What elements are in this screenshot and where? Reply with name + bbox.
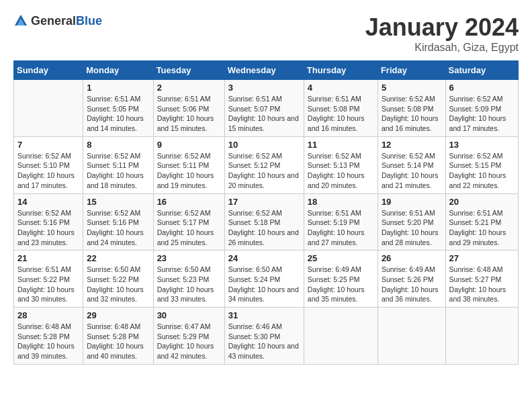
day-info: Sunrise: 6:50 AM Sunset: 5:23 PM Dayligh… <box>157 265 221 304</box>
day-number: 24 <box>228 253 300 263</box>
calendar-cell: 22Sunrise: 6:50 AM Sunset: 5:22 PM Dayli… <box>83 250 153 308</box>
logo-blue: Blue <box>76 14 102 28</box>
calendar-cell: 4Sunrise: 6:51 AM Sunset: 5:08 PM Daylig… <box>304 80 378 137</box>
calendar-week-row: 28Sunrise: 6:48 AM Sunset: 5:28 PM Dayli… <box>14 308 519 365</box>
calendar-week-row: 14Sunrise: 6:52 AM Sunset: 5:16 PM Dayli… <box>14 193 519 250</box>
day-info: Sunrise: 6:51 AM Sunset: 5:21 PM Dayligh… <box>449 208 515 248</box>
day-info: Sunrise: 6:52 AM Sunset: 5:12 PM Dayligh… <box>228 151 300 191</box>
day-info: Sunrise: 6:52 AM Sunset: 5:14 PM Dayligh… <box>382 151 442 191</box>
day-number: 22 <box>87 253 149 263</box>
header-row: SundayMondayTuesdayWednesdayThursdayFrid… <box>14 61 519 80</box>
calendar-week-row: 7Sunrise: 6:52 AM Sunset: 5:10 PM Daylig… <box>14 136 519 193</box>
day-number: 15 <box>87 197 149 207</box>
day-info: Sunrise: 6:51 AM Sunset: 5:22 PM Dayligh… <box>17 265 79 304</box>
calendar-cell: 25Sunrise: 6:49 AM Sunset: 5:25 PM Dayli… <box>304 250 378 308</box>
calendar-cell: 24Sunrise: 6:50 AM Sunset: 5:24 PM Dayli… <box>224 250 304 308</box>
day-number: 8 <box>87 140 149 150</box>
calendar-cell: 17Sunrise: 6:52 AM Sunset: 5:18 PM Dayli… <box>224 193 304 250</box>
header-day: Monday <box>83 61 153 80</box>
day-info: Sunrise: 6:51 AM Sunset: 5:05 PM Dayligh… <box>87 94 149 134</box>
calendar-cell: 29Sunrise: 6:48 AM Sunset: 5:28 PM Dayli… <box>83 308 153 365</box>
calendar-table: SundayMondayTuesdayWednesdayThursdayFrid… <box>13 60 519 365</box>
header-day: Wednesday <box>224 61 304 80</box>
day-info: Sunrise: 6:51 AM Sunset: 5:19 PM Dayligh… <box>308 208 374 248</box>
calendar-cell: 30Sunrise: 6:47 AM Sunset: 5:29 PM Dayli… <box>153 308 224 365</box>
day-number: 6 <box>449 83 515 93</box>
day-number: 19 <box>382 197 442 207</box>
day-number: 14 <box>17 197 79 207</box>
day-number: 2 <box>157 83 221 93</box>
calendar-cell: 2Sunrise: 6:51 AM Sunset: 5:06 PM Daylig… <box>153 80 224 137</box>
logo-general: General <box>31 14 76 28</box>
calendar-cell: 6Sunrise: 6:52 AM Sunset: 5:09 PM Daylig… <box>445 80 518 137</box>
day-info: Sunrise: 6:52 AM Sunset: 5:11 PM Dayligh… <box>87 151 149 191</box>
day-info: Sunrise: 6:48 AM Sunset: 5:27 PM Dayligh… <box>449 265 515 304</box>
day-info: Sunrise: 6:52 AM Sunset: 5:10 PM Dayligh… <box>17 151 79 191</box>
header-day: Thursday <box>304 61 378 80</box>
day-info: Sunrise: 6:52 AM Sunset: 5:18 PM Dayligh… <box>228 208 300 248</box>
day-number: 7 <box>17 140 79 150</box>
day-number: 28 <box>17 310 79 320</box>
day-number: 21 <box>17 253 79 263</box>
calendar-week-row: 1Sunrise: 6:51 AM Sunset: 5:05 PM Daylig… <box>14 80 519 137</box>
day-info: Sunrise: 6:46 AM Sunset: 5:30 PM Dayligh… <box>228 322 300 361</box>
day-number: 17 <box>228 197 300 207</box>
day-info: Sunrise: 6:51 AM Sunset: 5:08 PM Dayligh… <box>308 94 374 134</box>
day-info: Sunrise: 6:51 AM Sunset: 5:20 PM Dayligh… <box>382 208 442 248</box>
calendar-cell: 18Sunrise: 6:51 AM Sunset: 5:19 PM Dayli… <box>304 193 378 250</box>
day-number: 11 <box>308 140 374 150</box>
day-number: 4 <box>308 83 374 93</box>
day-info: Sunrise: 6:48 AM Sunset: 5:28 PM Dayligh… <box>87 322 149 361</box>
day-info: Sunrise: 6:52 AM Sunset: 5:15 PM Dayligh… <box>449 151 515 191</box>
day-number: 12 <box>382 140 442 150</box>
calendar-cell: 23Sunrise: 6:50 AM Sunset: 5:23 PM Dayli… <box>153 250 224 308</box>
calendar-cell: 13Sunrise: 6:52 AM Sunset: 5:15 PM Dayli… <box>445 136 518 193</box>
calendar-cell <box>14 80 83 137</box>
day-info: Sunrise: 6:52 AM Sunset: 5:17 PM Dayligh… <box>157 208 221 248</box>
header-day: Tuesday <box>153 61 224 80</box>
calendar-cell <box>445 308 518 365</box>
day-number: 3 <box>228 83 300 93</box>
title-block: January 2024 Kirdasah, Giza, Egypt <box>365 13 519 54</box>
day-number: 27 <box>449 253 515 263</box>
header-day: Friday <box>378 61 445 80</box>
main-title: January 2024 <box>365 13 519 42</box>
calendar-cell: 26Sunrise: 6:49 AM Sunset: 5:26 PM Dayli… <box>378 250 445 308</box>
day-info: Sunrise: 6:51 AM Sunset: 5:06 PM Dayligh… <box>157 94 221 134</box>
calendar-cell: 12Sunrise: 6:52 AM Sunset: 5:14 PM Dayli… <box>378 136 445 193</box>
day-number: 18 <box>308 197 374 207</box>
day-number: 30 <box>157 310 221 320</box>
day-info: Sunrise: 6:50 AM Sunset: 5:22 PM Dayligh… <box>87 265 149 304</box>
day-number: 31 <box>228 310 300 320</box>
day-info: Sunrise: 6:52 AM Sunset: 5:09 PM Dayligh… <box>449 94 515 134</box>
calendar-week-row: 21Sunrise: 6:51 AM Sunset: 5:22 PM Dayli… <box>14 250 519 308</box>
day-number: 29 <box>87 310 149 320</box>
calendar-cell <box>378 308 445 365</box>
calendar-cell: 27Sunrise: 6:48 AM Sunset: 5:27 PM Dayli… <box>445 250 518 308</box>
day-number: 9 <box>157 140 221 150</box>
day-number: 20 <box>449 197 515 207</box>
day-info: Sunrise: 6:49 AM Sunset: 5:25 PM Dayligh… <box>308 265 374 304</box>
subtitle: Kirdasah, Giza, Egypt <box>365 42 519 54</box>
day-number: 13 <box>449 140 515 150</box>
day-number: 5 <box>382 83 442 93</box>
day-number: 16 <box>157 197 221 207</box>
calendar-cell: 10Sunrise: 6:52 AM Sunset: 5:12 PM Dayli… <box>224 136 304 193</box>
page-header: GeneralBlue January 2024 Kirdasah, Giza,… <box>13 13 519 54</box>
calendar-cell: 11Sunrise: 6:52 AM Sunset: 5:13 PM Dayli… <box>304 136 378 193</box>
calendar-cell: 21Sunrise: 6:51 AM Sunset: 5:22 PM Dayli… <box>14 250 83 308</box>
day-info: Sunrise: 6:52 AM Sunset: 5:16 PM Dayligh… <box>87 208 149 248</box>
calendar-cell: 14Sunrise: 6:52 AM Sunset: 5:16 PM Dayli… <box>14 193 83 250</box>
day-info: Sunrise: 6:52 AM Sunset: 5:08 PM Dayligh… <box>382 94 442 134</box>
day-info: Sunrise: 6:52 AM Sunset: 5:11 PM Dayligh… <box>157 151 221 191</box>
calendar-cell: 5Sunrise: 6:52 AM Sunset: 5:08 PM Daylig… <box>378 80 445 137</box>
calendar-cell: 15Sunrise: 6:52 AM Sunset: 5:16 PM Dayli… <box>83 193 153 250</box>
day-number: 23 <box>157 253 221 263</box>
calendar-cell: 31Sunrise: 6:46 AM Sunset: 5:30 PM Dayli… <box>224 308 304 365</box>
day-info: Sunrise: 6:52 AM Sunset: 5:13 PM Dayligh… <box>308 151 374 191</box>
day-info: Sunrise: 6:50 AM Sunset: 5:24 PM Dayligh… <box>228 265 300 304</box>
header-day: Saturday <box>445 61 518 80</box>
calendar-cell: 20Sunrise: 6:51 AM Sunset: 5:21 PM Dayli… <box>445 193 518 250</box>
calendar-cell: 3Sunrise: 6:51 AM Sunset: 5:07 PM Daylig… <box>224 80 304 137</box>
day-info: Sunrise: 6:51 AM Sunset: 5:07 PM Dayligh… <box>228 94 300 134</box>
